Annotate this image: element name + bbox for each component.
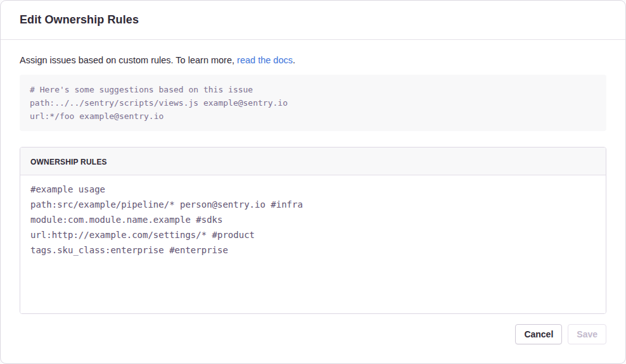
modal-footer: Cancel Save xyxy=(1,324,625,363)
modal-header: Edit Ownership Rules xyxy=(1,1,625,40)
modal-title: Edit Ownership Rules xyxy=(20,13,606,27)
description-after-link: . xyxy=(293,55,295,65)
rule-suggestions-block: # Here's some suggestions based on this … xyxy=(20,75,606,131)
edit-ownership-rules-modal: Edit Ownership Rules Assign issues based… xyxy=(0,0,626,364)
ownership-rules-header-label: OWNERSHIP RULES xyxy=(30,158,107,166)
ownership-rules-panel-header: OWNERSHIP RULES xyxy=(20,147,606,175)
read-the-docs-link[interactable]: read the docs xyxy=(237,55,293,65)
description-before-link: Assign issues based on custom rules. To … xyxy=(20,55,237,65)
description-text: Assign issues based on custom rules. To … xyxy=(20,54,606,66)
modal-body: Assign issues based on custom rules. To … xyxy=(1,40,625,324)
ownership-rules-panel: OWNERSHIP RULES #example usage path:src/… xyxy=(20,147,606,314)
cancel-button[interactable]: Cancel xyxy=(515,324,562,344)
ownership-rules-textarea[interactable]: #example usage path:src/example/pipeline… xyxy=(20,175,606,313)
save-button[interactable]: Save xyxy=(568,324,606,344)
